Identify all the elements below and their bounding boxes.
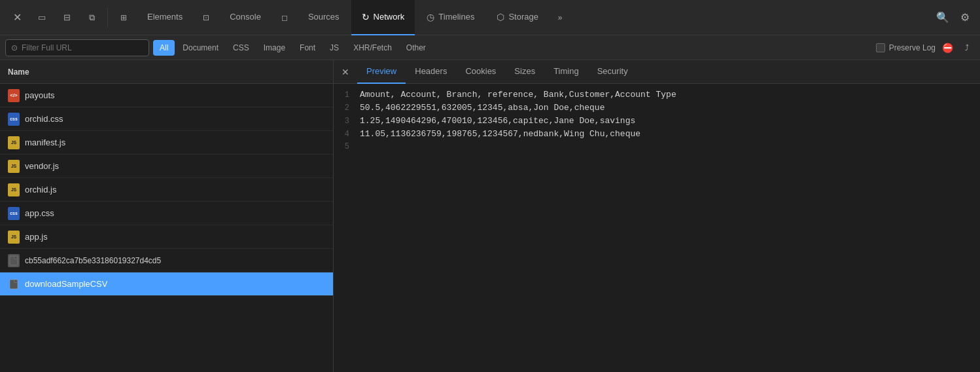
filter-icon: ⊙ [11, 43, 18, 52]
filter-type-other[interactable]: Other [400, 40, 432, 56]
line-content: 50.5,4062229551,632005,12345,absa,Jon Do… [360, 103, 604, 113]
tab-elements[interactable]: Elements [137, 0, 193, 35]
js-file-icon: JS [8, 136, 20, 149]
toolbar: ✕ ▭ ⊟ ⧉ ⊞ Elements ⊡ Console ◻ Sources ↻… [0, 0, 980, 35]
filter-type-css[interactable]: CSS [226, 40, 256, 56]
list-item[interactable]: cb55adf662ca7b5e33186019327d4cd5 [0, 249, 333, 272]
right-tabs-bar: ✕ Preview Headers Cookies Sizes Timing S… [334, 60, 980, 84]
code-line-4: 4 11.05,1136236759,198765,1234567,nedban… [334, 128, 980, 141]
list-item[interactable]: JS manifest.js [0, 131, 333, 155]
more-tabs-button[interactable]: » [550, 6, 570, 29]
filter-type-buttons: All Document CSS Image Font JS XHR/Fetch… [153, 40, 432, 56]
css-file-icon: css [8, 113, 20, 126]
filter-type-font[interactable]: Font [293, 40, 322, 56]
line-content: 1.25,1490464296,470010,123456,capitec,Ja… [360, 116, 635, 126]
file-name: payouts [25, 90, 55, 100]
tab-console[interactable]: Console [219, 0, 271, 35]
divider-1 [107, 8, 108, 28]
name-header-label: Name [8, 67, 29, 77]
list-item-selected[interactable]: downloadSampleCSV [0, 272, 333, 296]
svg-rect-0 [10, 256, 18, 265]
filter-type-xhr[interactable]: XHR/Fetch [347, 40, 398, 56]
filter-type-image[interactable]: Image [257, 40, 292, 56]
list-item[interactable]: css app.css [0, 202, 333, 225]
sources-icon[interactable]: ◻ [273, 6, 296, 29]
file-list: </> payouts css orchid.css JS manifest.j… [0, 84, 333, 372]
clear-log-button[interactable]: ⛔ [939, 40, 955, 56]
left-pane: Name </> payouts css orchid.css JS manif… [0, 60, 334, 372]
svg-rect-1 [10, 280, 18, 289]
network-icon: ↻ [362, 12, 370, 22]
tab-sizes[interactable]: Sizes [505, 60, 544, 84]
close-button[interactable]: ✕ [5, 6, 29, 29]
filter-type-document[interactable]: Document [176, 40, 225, 56]
line-number: 3 [334, 117, 360, 126]
tab-timing[interactable]: Timing [544, 60, 588, 84]
preserve-log-checkbox[interactable] [876, 43, 885, 52]
tab-security[interactable]: Security [588, 60, 637, 84]
list-item[interactable]: JS vendor.js [0, 155, 333, 178]
timelines-icon: ◷ [427, 12, 434, 22]
elements-icon[interactable]: ⊞ [112, 6, 135, 29]
filter-input-wrap: ⊙ [5, 39, 149, 56]
tab-sources-label: Sources [308, 12, 340, 22]
import-button[interactable]: ⤴ [959, 40, 975, 56]
preserve-log-label: Preserve Log [889, 43, 936, 52]
generic-file-icon [8, 254, 20, 267]
tab-storage[interactable]: ⬡ Storage [486, 0, 549, 35]
code-line-3: 3 1.25,1490464296,470010,123456,capitec,… [334, 115, 980, 128]
js-file-icon: JS [8, 160, 20, 173]
code-line-5: 5 [334, 141, 980, 155]
line-content: Amount, Account, Branch, reference, Bank… [360, 90, 676, 100]
filter-bar: ⊙ All Document CSS Image Font JS XHR/Fet… [0, 35, 980, 60]
tab-sources[interactable]: Sources [298, 0, 350, 35]
tab-network[interactable]: ↻ Network [351, 0, 415, 35]
line-content: 11.05,1136236759,198765,1234567,nedbank,… [360, 129, 640, 139]
code-line-2: 2 50.5,4062229551,632005,12345,absa,Jon … [334, 102, 980, 115]
filter-type-js[interactable]: JS [323, 40, 345, 56]
html-file-icon: </> [8, 89, 20, 102]
tab-cookies[interactable]: Cookies [456, 60, 505, 84]
line-number: 2 [334, 103, 360, 113]
list-item[interactable]: JS app.js [0, 225, 333, 249]
tab-elements-label: Elements [147, 12, 183, 22]
toolbar-right: 🔍 ⚙ [933, 8, 975, 28]
file-name: cb55adf662ca7b5e33186019327d4cd5 [25, 256, 161, 265]
console-icon[interactable]: ⊡ [194, 6, 218, 29]
right-pane: ✕ Preview Headers Cookies Sizes Timing S… [334, 60, 980, 372]
line-number: 5 [334, 142, 360, 151]
js-file-icon: JS [8, 183, 20, 196]
css-file-icon: css [8, 207, 20, 220]
preview-content: 1 Amount, Account, Branch, reference, Ba… [334, 84, 980, 372]
layout-separate-button[interactable]: ⧉ [80, 6, 103, 29]
tab-storage-label: Storage [508, 12, 538, 22]
name-header: Name [0, 60, 333, 84]
storage-icon: ⬡ [497, 12, 504, 22]
generic-file-icon [8, 278, 20, 291]
file-name: app.js [25, 232, 48, 242]
layout-sidebar-button[interactable]: ▭ [30, 6, 54, 29]
tab-console-label: Console [230, 12, 261, 22]
js-file-icon: JS [8, 231, 20, 244]
list-item[interactable]: </> payouts [0, 84, 333, 107]
file-name: orchid.js [25, 185, 56, 195]
tab-timelines[interactable]: ◷ Timelines [416, 0, 485, 35]
settings-button[interactable]: ⚙ [955, 8, 975, 28]
file-name: app.css [25, 208, 54, 218]
tab-preview[interactable]: Preview [357, 60, 406, 84]
main-content: Name </> payouts css orchid.css JS manif… [0, 60, 980, 372]
close-preview-button[interactable]: ✕ [336, 63, 355, 81]
preserve-log-wrap: Preserve Log ⛔ ⤴ [876, 40, 975, 56]
tab-network-label: Network [374, 12, 405, 22]
list-item[interactable]: css orchid.css [0, 107, 333, 131]
list-item[interactable]: JS orchid.js [0, 178, 333, 202]
filter-input[interactable] [22, 43, 143, 52]
file-name: orchid.css [25, 114, 63, 124]
code-line-1: 1 Amount, Account, Branch, reference, Ba… [334, 89, 980, 102]
line-number: 1 [334, 90, 360, 100]
layout-bottom-button[interactable]: ⊟ [55, 6, 79, 29]
tab-headers[interactable]: Headers [406, 60, 456, 84]
search-button[interactable]: 🔍 [933, 8, 953, 28]
filter-type-all[interactable]: All [153, 40, 175, 56]
file-name: vendor.js [25, 161, 59, 171]
